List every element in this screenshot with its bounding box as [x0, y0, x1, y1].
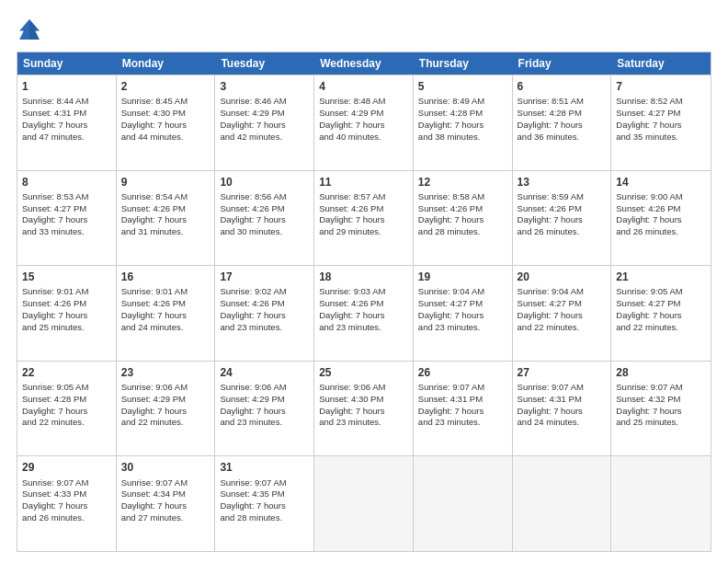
calendar-cell-17: 17Sunrise: 9:02 AMSunset: 4:26 PMDayligh…: [215, 266, 314, 361]
day-info-line: and 23 minutes.: [418, 322, 507, 334]
day-info-line: Sunrise: 8:46 AM: [220, 96, 309, 108]
day-info-line: Daylight: 7 hours: [121, 406, 210, 418]
calendar-cell-27: 27Sunrise: 9:07 AMSunset: 4:31 PMDayligh…: [513, 362, 612, 456]
day-info-line: Sunrise: 9:05 AM: [616, 286, 706, 298]
calendar-cell-5: 5Sunrise: 8:49 AMSunset: 4:28 PMDaylight…: [414, 75, 513, 170]
day-info-line: and 28 minutes.: [418, 226, 507, 238]
day-info-line: Sunset: 4:28 PM: [22, 394, 111, 406]
day-info-line: and 23 minutes.: [220, 417, 309, 429]
day-info-line: Sunset: 4:26 PM: [418, 203, 507, 215]
day-info-line: and 26 minutes.: [22, 512, 111, 524]
calendar-cell-4: 4Sunrise: 8:48 AMSunset: 4:29 PMDaylight…: [314, 75, 414, 170]
day-info-line: Daylight: 7 hours: [418, 214, 507, 226]
day-info-line: and 22 minutes.: [616, 322, 706, 334]
day-info-line: Daylight: 7 hours: [121, 214, 210, 226]
day-info-line: and 24 minutes.: [518, 417, 607, 429]
calendar-cell-19: 19Sunrise: 9:04 AMSunset: 4:27 PMDayligh…: [414, 266, 513, 361]
day-info-line: Sunrise: 9:03 AM: [319, 286, 408, 298]
day-number: 4: [319, 79, 408, 94]
calendar-cell-28: 28Sunrise: 9:07 AMSunset: 4:32 PMDayligh…: [611, 362, 711, 456]
day-info-line: Daylight: 7 hours: [616, 214, 706, 226]
day-info-line: and 44 minutes.: [121, 132, 210, 144]
day-info-line: Sunset: 4:27 PM: [616, 108, 706, 120]
day-info-line: Sunrise: 8:57 AM: [319, 191, 408, 203]
header-day-saturday: Saturday: [611, 52, 711, 75]
calendar-row-5: 29Sunrise: 9:07 AMSunset: 4:33 PMDayligh…: [17, 455, 711, 551]
day-info-line: Sunrise: 9:07 AM: [121, 477, 210, 489]
day-info-line: Sunset: 4:29 PM: [220, 108, 309, 120]
day-info-line: Daylight: 7 hours: [22, 406, 111, 418]
calendar-cell-empty: [314, 456, 414, 551]
page: SundayMondayTuesdayWednesdayThursdayFrid…: [0, 0, 728, 563]
day-number: 6: [518, 79, 607, 94]
day-info-line: Sunset: 4:26 PM: [22, 298, 111, 310]
day-info-line: and 27 minutes.: [121, 512, 210, 524]
calendar-cell-empty: [611, 456, 711, 551]
day-info-line: Daylight: 7 hours: [220, 500, 309, 512]
day-info-line: Daylight: 7 hours: [121, 120, 210, 132]
day-info-line: and 29 minutes.: [319, 226, 408, 238]
day-info-line: Sunrise: 8:56 AM: [220, 191, 309, 203]
day-info-line: Sunset: 4:26 PM: [121, 298, 210, 310]
calendar-cell-31: 31Sunrise: 9:07 AMSunset: 4:35 PMDayligh…: [215, 456, 314, 551]
day-info-line: Sunset: 4:26 PM: [518, 203, 607, 215]
day-info-line: Sunrise: 9:07 AM: [220, 477, 309, 489]
day-info-line: Daylight: 7 hours: [616, 120, 706, 132]
day-info-line: Sunset: 4:26 PM: [616, 203, 706, 215]
day-number: 1: [22, 79, 111, 94]
calendar-cell-13: 13Sunrise: 8:59 AMSunset: 4:26 PMDayligh…: [513, 171, 612, 266]
day-info-line: Sunset: 4:27 PM: [22, 203, 111, 215]
day-info-line: and 28 minutes.: [220, 512, 309, 524]
calendar-cell-6: 6Sunrise: 8:51 AMSunset: 4:28 PMDaylight…: [513, 75, 612, 170]
calendar-cell-24: 24Sunrise: 9:06 AMSunset: 4:29 PMDayligh…: [215, 362, 314, 456]
day-number: 9: [121, 175, 210, 190]
day-info-line: and 26 minutes.: [616, 226, 706, 238]
day-info-line: Sunset: 4:30 PM: [121, 108, 210, 120]
calendar-cell-14: 14Sunrise: 9:00 AMSunset: 4:26 PMDayligh…: [611, 171, 711, 266]
day-info-line: Sunset: 4:33 PM: [22, 488, 111, 500]
day-info-line: Sunrise: 9:01 AM: [22, 286, 111, 298]
header-day-monday: Monday: [117, 52, 216, 75]
day-number: 26: [418, 365, 507, 380]
logo-icon: [17, 17, 42, 42]
day-info-line: and 47 minutes.: [22, 132, 111, 144]
calendar-cell-25: 25Sunrise: 9:06 AMSunset: 4:30 PMDayligh…: [314, 362, 414, 456]
day-number: 31: [220, 460, 309, 475]
day-info-line: Sunset: 4:29 PM: [121, 394, 210, 406]
day-number: 17: [220, 270, 309, 284]
day-info-line: Sunrise: 8:59 AM: [518, 191, 607, 203]
day-info-line: Sunset: 4:26 PM: [319, 298, 408, 310]
day-info-line: Daylight: 7 hours: [22, 310, 111, 322]
day-info-line: Sunrise: 9:04 AM: [418, 286, 507, 298]
day-number: 16: [121, 270, 210, 284]
day-info-line: Sunrise: 9:06 AM: [319, 382, 408, 394]
day-info-line: Daylight: 7 hours: [22, 120, 111, 132]
calendar-row-1: 1Sunrise: 8:44 AMSunset: 4:31 PMDaylight…: [17, 75, 711, 170]
day-number: 29: [22, 460, 111, 475]
day-number: 24: [220, 365, 309, 380]
day-info-line: and 31 minutes.: [121, 226, 210, 238]
day-info-line: and 23 minutes.: [319, 417, 408, 429]
day-info-line: Daylight: 7 hours: [121, 500, 210, 512]
day-info-line: Daylight: 7 hours: [319, 310, 408, 322]
day-info-line: and 23 minutes.: [220, 322, 309, 334]
calendar: SundayMondayTuesdayWednesdayThursdayFrid…: [17, 52, 711, 552]
day-info-line: Daylight: 7 hours: [518, 406, 607, 418]
day-number: 19: [418, 270, 507, 284]
calendar-cell-7: 7Sunrise: 8:52 AMSunset: 4:27 PMDaylight…: [611, 75, 711, 170]
day-info-line: and 25 minutes.: [22, 322, 111, 334]
day-info-line: and 23 minutes.: [319, 322, 408, 334]
day-info-line: Sunset: 4:30 PM: [319, 394, 408, 406]
day-info-line: Sunrise: 8:54 AM: [121, 191, 210, 203]
day-info-line: Sunrise: 9:00 AM: [616, 191, 706, 203]
day-number: 23: [121, 365, 210, 380]
calendar-row-4: 22Sunrise: 9:05 AMSunset: 4:28 PMDayligh…: [17, 361, 711, 456]
day-info-line: Sunrise: 9:07 AM: [22, 477, 111, 489]
day-info-line: and 22 minutes.: [22, 417, 111, 429]
day-info-line: Sunset: 4:29 PM: [220, 394, 309, 406]
day-info-line: Daylight: 7 hours: [319, 214, 408, 226]
day-info-line: Sunset: 4:26 PM: [121, 203, 210, 215]
day-number: 13: [518, 175, 607, 190]
day-info-line: Daylight: 7 hours: [220, 406, 309, 418]
day-info-line: Daylight: 7 hours: [418, 310, 507, 322]
